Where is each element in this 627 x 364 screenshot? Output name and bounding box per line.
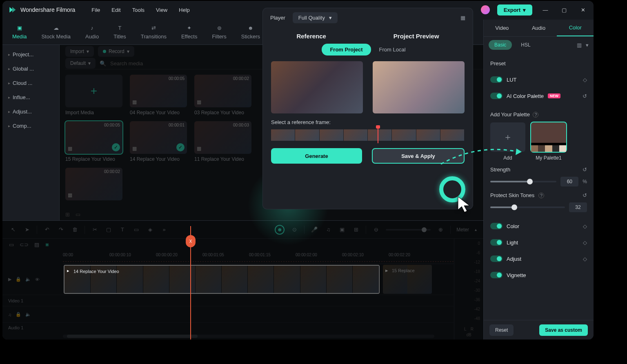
mode-tab-media[interactable]: ▣Media <box>12 24 27 40</box>
new-folder-icon[interactable]: ⊞ <box>65 211 70 218</box>
mode-tab-stickers[interactable]: ☻Stickers <box>241 24 260 40</box>
reset-button[interactable]: Reset <box>489 324 514 336</box>
quality-selector[interactable]: Full Quality ▾ <box>293 12 338 23</box>
folder-adjust[interactable]: Adjust... <box>2 104 59 119</box>
zoom-in-icon[interactable]: ⊕ <box>436 226 445 233</box>
strength-slider[interactable] <box>490 181 556 182</box>
reference-frame-strip[interactable] <box>271 129 465 141</box>
audio-tool-icon[interactable]: ⊙ <box>290 226 298 233</box>
playhead[interactable] <box>190 226 191 340</box>
export-button[interactable]: Export ▾ <box>497 4 532 16</box>
menu-file[interactable]: File <box>91 7 100 13</box>
reset-icon[interactable]: ↺ <box>583 166 587 173</box>
keyframe-diamond-icon[interactable]: ◇ <box>583 256 587 262</box>
media-clip[interactable]: 00:00:02▦ <box>65 168 122 203</box>
cut-icon[interactable]: ✂ <box>91 226 99 233</box>
mode-tab-stock[interactable]: ☁Stock Media <box>41 24 71 40</box>
snap-icon[interactable]: ⊞ <box>352 226 360 233</box>
vignette-toggle[interactable] <box>490 272 502 278</box>
shape-icon[interactable]: ▭ <box>132 226 140 233</box>
compare-icon[interactable]: ▥ <box>577 42 582 48</box>
undo-icon[interactable]: ↶ <box>43 226 51 233</box>
mixer-icon[interactable]: ♫ <box>324 226 332 233</box>
timeline-clip-1[interactable]: ▸ 14 Replace Your Video <box>64 265 380 294</box>
user-avatar[interactable] <box>481 5 490 14</box>
folder-project[interactable]: Project... <box>2 47 59 62</box>
select-tool-icon[interactable]: ↖ <box>9 226 17 233</box>
color-toggle[interactable] <box>490 223 502 229</box>
window-maximize-button[interactable]: ▢ <box>558 4 570 16</box>
folder-comp[interactable]: Comp... <box>2 119 59 133</box>
menu-help[interactable]: Help <box>179 7 190 13</box>
meter-label[interactable]: Meter <box>456 227 469 233</box>
media-clip[interactable]: 00:00:02▦03 Replace Your Video <box>194 75 251 115</box>
timeline-clip-2[interactable]: ▸ 15 Replace <box>383 265 432 294</box>
subtab-basic[interactable]: Basic <box>489 40 512 50</box>
mode-tab-titles[interactable]: TTitles <box>113 24 126 40</box>
redo-icon[interactable]: ↷ <box>57 226 65 233</box>
eye-icon[interactable]: 👁 <box>35 277 40 282</box>
text-icon[interactable]: T <box>118 226 127 233</box>
ai-icon[interactable]: ☻ <box>275 225 285 235</box>
strength-value[interactable]: 60 <box>560 177 578 186</box>
folder-cloud[interactable]: Cloud ... <box>2 76 59 90</box>
timeline-scrollbar[interactable] <box>63 335 434 338</box>
window-minimize-button[interactable]: ― <box>540 4 551 16</box>
cursor-tool-icon[interactable]: ➤ <box>23 226 31 233</box>
subtab-hsl[interactable]: HSL <box>515 40 536 50</box>
grid-view-icon[interactable]: ▦ <box>460 15 465 21</box>
inspector-tab-video[interactable]: Video <box>484 20 520 36</box>
audio-icon[interactable]: ♫ <box>8 312 11 317</box>
inspector-tab-audio[interactable]: Audio <box>520 20 557 36</box>
record-button[interactable]: Record ▾ <box>98 46 134 57</box>
inspector-tab-color[interactable]: Color <box>557 20 594 36</box>
ai-palette-toggle[interactable] <box>490 93 502 99</box>
keyframe-diamond-icon[interactable]: ◇ <box>583 240 587 246</box>
menu-view[interactable]: View <box>156 7 167 13</box>
window-close-button[interactable]: ✕ <box>577 4 589 16</box>
info-icon[interactable]: ? <box>533 112 538 118</box>
palette-thumb-1[interactable] <box>531 122 566 152</box>
media-clip[interactable]: 00:00:05▦04 Replace Your Video <box>130 75 187 115</box>
mode-tab-filters[interactable]: ⊚Filters <box>212 24 226 40</box>
frame-marker[interactable] <box>378 127 378 143</box>
mode-tab-transitions[interactable]: ⇄Transitions <box>141 24 167 40</box>
generate-button[interactable]: Generate <box>271 148 362 164</box>
lock-icon[interactable]: 🔒 <box>16 312 21 317</box>
menu-edit[interactable]: Edit <box>111 7 120 13</box>
reset-icon[interactable]: ↺ <box>583 93 587 99</box>
link-icon[interactable]: ⊂⊃ <box>20 242 29 248</box>
camera-icon[interactable]: ▶ <box>8 277 11 282</box>
menu-tools[interactable]: Tools <box>132 7 145 13</box>
playhead-handle[interactable] <box>186 235 196 247</box>
paint-icon[interactable]: ▨ <box>34 242 39 248</box>
folder-icon[interactable]: ▭ <box>76 211 80 218</box>
mute-icon[interactable]: 🔈 <box>25 312 31 317</box>
ruler[interactable]: 00:0000:00:00:1000:00:00:2000:00:01:0500… <box>63 250 483 264</box>
keyframe-diamond-icon[interactable]: ◇ <box>583 77 587 83</box>
media-clip[interactable]: 00:00:01▦✓14 Replace Your Video <box>130 121 187 162</box>
light-toggle[interactable] <box>490 239 502 246</box>
zoom-out-icon[interactable]: ⊖ <box>372 226 380 233</box>
lock-icon[interactable]: 🔒 <box>16 277 21 282</box>
reset-icon[interactable]: ↺ <box>583 192 587 198</box>
from-local-tab[interactable]: From Local <box>371 44 414 55</box>
tag-icon[interactable]: ◈ <box>146 226 154 233</box>
protect-value[interactable]: 32 <box>569 202 587 212</box>
mode-tab-effects[interactable]: ✦Effects <box>181 24 198 40</box>
crop-icon[interactable]: ▢ <box>104 226 113 233</box>
mode-tab-audio[interactable]: ♪Audio <box>85 24 99 40</box>
zoom-slider[interactable] <box>386 229 431 231</box>
sort-default-button[interactable]: Default ▾ <box>65 58 96 69</box>
save-custom-button[interactable]: Save as custom <box>539 324 588 336</box>
import-button[interactable]: Import ▾ <box>65 46 94 57</box>
folder-influe[interactable]: Influe... <box>2 90 59 104</box>
more-icon[interactable]: » <box>160 226 168 233</box>
media-clip[interactable]: 00:00:05▦✓15 Replace Your Video <box>65 121 122 162</box>
lut-toggle[interactable] <box>490 76 502 83</box>
delete-icon[interactable]: 🗑 <box>71 226 79 233</box>
marker-icon[interactable]: ▣ <box>338 226 346 233</box>
keyframe-diamond-icon[interactable]: ◇ <box>583 223 587 229</box>
chevron-down-icon[interactable]: ▾ <box>586 42 589 48</box>
mic-icon[interactable]: 🎤 <box>310 226 318 233</box>
